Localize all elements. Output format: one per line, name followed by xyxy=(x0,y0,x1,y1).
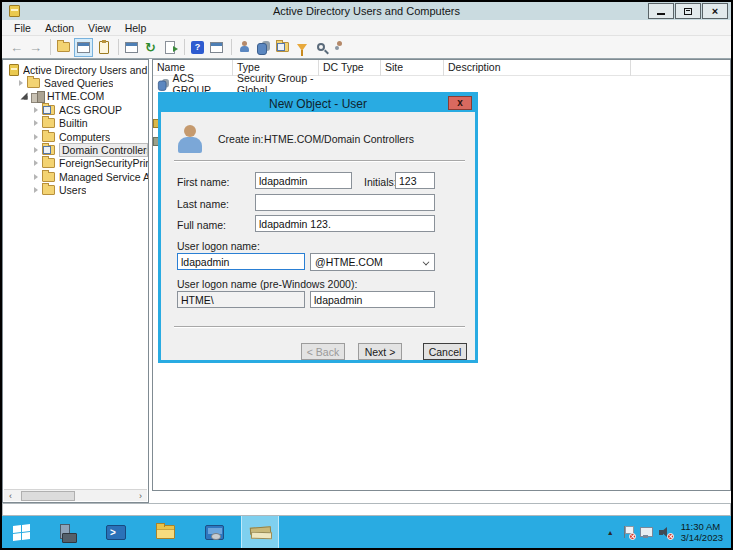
forward-icon[interactable]: → xyxy=(27,39,44,56)
ou-folder-icon xyxy=(42,105,55,115)
initials-field[interactable] xyxy=(395,172,435,189)
clock[interactable]: 11:30 AM 3/14/2023 xyxy=(681,521,723,543)
column-header-site[interactable]: Site xyxy=(381,60,444,76)
toolbar-separator xyxy=(184,39,185,55)
expand-arrow-icon[interactable] xyxy=(34,134,38,140)
domain-icon xyxy=(31,91,43,101)
refresh-icon[interactable]: ↻ xyxy=(142,39,159,56)
ou-folder-icon xyxy=(42,145,55,155)
network-icon[interactable] xyxy=(640,527,652,538)
delegate-icon[interactable] xyxy=(331,39,348,56)
logon-name-label: User logon name: xyxy=(177,240,260,252)
column-header-dc-type[interactable]: DC Type xyxy=(319,60,381,76)
system-tray: ▲ 11:30 AM 3/14/2023 xyxy=(607,516,731,548)
title-bar: Active Directory Users and Computers × xyxy=(2,2,731,20)
list-row-acs-group[interactable]: ACS GROUP Security Group - Global xyxy=(153,76,730,91)
muted-badge-icon xyxy=(667,533,674,540)
close-icon: × xyxy=(712,6,718,17)
tray-expand-icon[interactable]: ▲ xyxy=(607,529,614,536)
directory-books-icon xyxy=(250,525,270,540)
collapse-arrow-icon[interactable] xyxy=(21,93,28,100)
pre2000-logon-field[interactable] xyxy=(310,291,435,308)
close-button[interactable]: × xyxy=(702,3,728,19)
tree-item-root[interactable]: Active Directory Users and Com xyxy=(3,63,148,76)
file-explorer-button[interactable] xyxy=(146,516,184,548)
horizontal-scrollbar[interactable]: ‹ › xyxy=(4,489,147,501)
filter-icon[interactable] xyxy=(293,39,310,56)
taskbar: > ▲ 11:30 AM 3/14/2023 xyxy=(2,516,731,548)
scrollbar-thumb[interactable] xyxy=(21,491,75,501)
tree-item-domain-controllers[interactable]: Domain Controllers xyxy=(3,143,148,156)
toolbar-separator xyxy=(118,39,119,55)
new-object-user-dialog: New Object - User x Create in: HTME.COM/… xyxy=(158,92,478,363)
menu-file[interactable]: File xyxy=(7,22,38,34)
expand-arrow-icon[interactable] xyxy=(34,107,38,113)
expand-arrow-icon[interactable] xyxy=(34,147,38,153)
expand-arrow-icon[interactable] xyxy=(34,160,38,166)
new-ou-icon[interactable] xyxy=(274,39,291,56)
start-button[interactable] xyxy=(2,516,40,548)
menu-view[interactable]: View xyxy=(81,22,118,34)
scroll-left-icon[interactable]: ‹ xyxy=(4,490,17,502)
powershell-icon: > xyxy=(106,525,126,540)
volume-icon[interactable] xyxy=(659,527,671,538)
next-button[interactable]: Next > xyxy=(358,343,402,360)
container-folder-icon xyxy=(42,132,55,142)
console-tree-pane: Active Directory Users and Com Saved Que… xyxy=(2,59,149,503)
find-icon[interactable] xyxy=(312,39,329,56)
pre2000-domain-field[interactable] xyxy=(177,291,305,308)
back-button[interactable]: < Back xyxy=(301,343,345,360)
new-user-icon[interactable] xyxy=(236,39,253,56)
cancel-button[interactable]: Cancel xyxy=(423,343,467,360)
user-person-icon xyxy=(177,125,203,154)
server-manager-button[interactable] xyxy=(48,516,86,548)
clipboard-icon[interactable] xyxy=(95,39,112,56)
help-icon[interactable]: ? xyxy=(189,39,206,56)
expand-arrow-icon[interactable] xyxy=(34,174,38,180)
console-root-icon xyxy=(9,64,19,76)
last-name-field[interactable] xyxy=(255,194,435,211)
tree-item-builtin[interactable]: Builtin xyxy=(3,117,148,130)
tree-item-managed-service-accounts[interactable]: Managed Service Accoun xyxy=(3,170,148,183)
tree-item-saved-queries[interactable]: Saved Queries xyxy=(3,76,148,89)
tree-item-foreign-security-principals[interactable]: ForeignSecurityPrincipals xyxy=(3,157,148,170)
tree-item-users[interactable]: Users xyxy=(3,184,148,197)
expand-arrow-icon[interactable] xyxy=(34,120,38,126)
powershell-button[interactable]: > xyxy=(97,516,135,548)
show-console-tree-icon[interactable] xyxy=(74,38,93,57)
dialog-close-button[interactable]: x xyxy=(448,96,472,110)
back-icon[interactable]: ← xyxy=(8,39,25,56)
aduc-taskbar-button[interactable] xyxy=(241,516,279,548)
tree-item-domain[interactable]: HTME.COM xyxy=(3,90,148,103)
new-group-icon[interactable] xyxy=(255,39,272,56)
container-folder-icon xyxy=(42,172,55,182)
action-center-flag-icon[interactable] xyxy=(623,526,633,538)
server-manager-icon xyxy=(58,524,76,541)
first-name-field[interactable] xyxy=(255,172,352,189)
admin-tools-button[interactable] xyxy=(195,516,233,548)
toolbar: ← → ↻ ? xyxy=(2,36,731,59)
chevron-down-icon xyxy=(423,259,430,266)
tray-time: 11:30 AM xyxy=(681,521,723,532)
scroll-right-icon[interactable]: › xyxy=(134,490,147,502)
minimize-button[interactable] xyxy=(648,3,674,19)
menu-action[interactable]: Action xyxy=(38,22,81,34)
expand-arrow-icon[interactable] xyxy=(34,187,38,193)
restore-button[interactable] xyxy=(675,3,701,19)
export-list-icon[interactable] xyxy=(161,39,178,56)
menu-help[interactable]: Help xyxy=(118,22,154,34)
up-one-level-icon[interactable] xyxy=(55,39,72,56)
full-name-field[interactable] xyxy=(255,215,435,232)
column-header-description[interactable]: Description xyxy=(444,60,631,76)
expand-arrow-icon[interactable] xyxy=(19,80,23,86)
logon-name-field[interactable] xyxy=(177,253,305,270)
window-icon[interactable] xyxy=(208,39,225,56)
container-folder-icon xyxy=(42,158,55,168)
admin-tools-icon xyxy=(205,525,224,540)
tree-item-acs-group[interactable]: ACS GROUP xyxy=(3,103,148,116)
tree-item-computers[interactable]: Computers xyxy=(3,130,148,143)
container-folder-icon xyxy=(42,118,55,128)
logon-domain-dropdown[interactable]: @HTME.COM xyxy=(310,253,435,271)
properties-window-icon[interactable] xyxy=(123,39,140,56)
logon-domain-value: @HTME.COM xyxy=(315,256,383,268)
